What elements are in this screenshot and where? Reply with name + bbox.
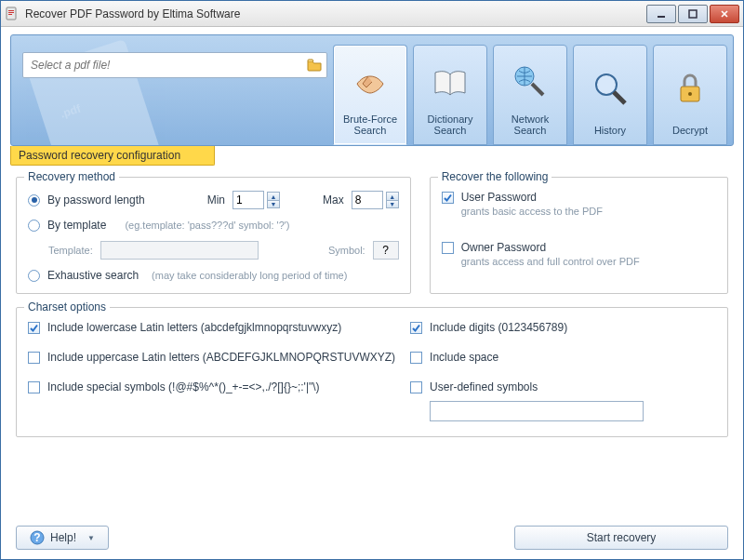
client-area: .pdf Brute-Force Search Dictionary Searc… [1,27,743,559]
user-defined-label: User-defined symbols [430,380,538,393]
symbol-field-label: Symbol: [328,245,365,256]
maximize-button[interactable] [678,5,708,23]
symbol-input[interactable] [373,241,399,260]
magnifier-icon [588,51,632,125]
check-uppercase[interactable] [28,352,40,364]
config-heading: Password recovery configuration [10,146,215,166]
template-field-label: Template: [48,245,93,256]
space-label: Include space [430,351,498,364]
window-title: Recover PDF Password by Eltima Software [25,7,644,20]
special-label: Include special symbols (!@#$%^*()_+-=<>… [47,380,320,393]
tab-dictionary[interactable]: Dictionary Search [413,45,487,145]
user-password-hint: grants basic access to the PDF [461,206,716,217]
tab-label: Brute-Force Search [336,113,405,137]
min-input[interactable] [232,191,264,209]
max-down[interactable]: ▼ [386,200,399,208]
min-spinner: ▲▼ [232,191,280,209]
network-search-icon [508,51,552,113]
svg-line-14 [614,92,625,103]
book-icon [428,51,472,113]
recovery-method-group: Recovery method By password length Min ▲… [16,177,411,294]
svg-point-16 [688,92,692,96]
uppercase-label: Include uppercase Latin letters (ABCDEFG… [47,351,395,364]
user-defined-input[interactable] [430,401,644,421]
tabstrip: Brute-Force Search Dictionary Search Net… [327,35,733,145]
radio-by-length[interactable] [28,194,40,207]
svg-point-13 [596,74,617,95]
svg-rect-3 [8,14,12,15]
template-input[interactable] [100,241,259,260]
max-spinner: ▲▼ [352,191,399,209]
owner-password-label: Owner Password [461,241,546,254]
owner-password-hint: grants access and full control over PDF [461,256,716,267]
minimize-button[interactable] [646,5,676,23]
group-legend: Recover the following [438,170,552,183]
check-digits[interactable] [410,322,422,334]
top-panel: .pdf Brute-Force Search Dictionary Searc… [10,34,734,146]
config-body: Recovery method By password length Min ▲… [10,166,734,516]
help-icon: ? [30,530,45,545]
footer: ? Help! ▼ Start recovery [10,516,734,550]
start-label: Start recovery [587,531,657,544]
svg-text:?: ? [33,531,40,544]
close-button[interactable] [710,5,739,23]
handshake-icon [348,51,392,113]
start-recovery-button[interactable]: Start recovery [514,526,728,550]
group-legend: Recovery method [24,170,119,183]
radio-exhaustive[interactable] [28,270,40,282]
file-input[interactable] [31,59,306,72]
radio-by-template[interactable] [28,220,40,232]
max-input[interactable] [352,191,383,209]
max-label: Max [323,193,344,207]
titlebar: Recover PDF Password by Eltima Software [1,1,743,27]
check-user-defined[interactable] [410,381,422,393]
min-label: Min [207,193,225,207]
svg-rect-5 [689,10,697,18]
app-window: Recover PDF Password by Eltima Software … [0,0,744,560]
tab-brute-force[interactable]: Brute-Force Search [333,45,407,145]
tab-label: History [594,125,626,137]
tab-label: Decrypt [672,125,708,137]
tab-history[interactable]: History [573,45,647,145]
svg-rect-2 [8,12,14,13]
svg-rect-4 [658,16,665,18]
tab-label: Network Search [496,113,565,137]
digits-label: Include digits (0123456789) [430,321,567,334]
svg-rect-0 [7,7,16,20]
tab-label: Dictionary Search [416,113,485,137]
radio-exhaustive-label: Exhaustive search [47,269,139,282]
app-icon [5,7,20,21]
min-down[interactable]: ▼ [267,200,280,208]
tab-decrypt[interactable]: Decrypt [653,45,727,145]
radio-by-template-label: By template [47,219,106,232]
lowercase-label: Include lowercase Latin letters (abcdefg… [47,321,341,334]
recover-following-group: Recover the following User Password gran… [430,177,728,294]
help-button[interactable]: ? Help! ▼ [16,526,109,550]
group-legend: Charset options [24,300,110,313]
check-lowercase[interactable] [28,322,40,334]
help-label: Help! [50,531,76,544]
padlock-icon [668,51,712,125]
max-up[interactable]: ▲ [386,192,399,200]
exhaustive-hint: (may take considerably long period of ti… [152,270,347,281]
browse-icon[interactable] [306,57,323,73]
radio-by-length-label: By password length [47,193,145,207]
file-input-box [22,52,327,78]
dropdown-icon: ▼ [87,534,95,542]
charset-group: Charset options Include lowercase Latin … [16,307,728,437]
tab-network[interactable]: Network Search [493,45,567,145]
min-up[interactable]: ▲ [267,192,280,200]
user-password-label: User Password [461,191,537,204]
check-special[interactable] [28,381,40,393]
check-user-password[interactable] [442,192,454,204]
template-hint: (eg.template: 'pass???d' symbol: '?') [125,220,289,231]
window-controls [644,5,739,23]
check-space[interactable] [410,352,422,364]
svg-rect-1 [8,10,14,11]
check-owner-password[interactable] [442,242,454,254]
top-groups: Recovery method By password length Min ▲… [16,177,728,294]
svg-line-12 [532,84,543,95]
